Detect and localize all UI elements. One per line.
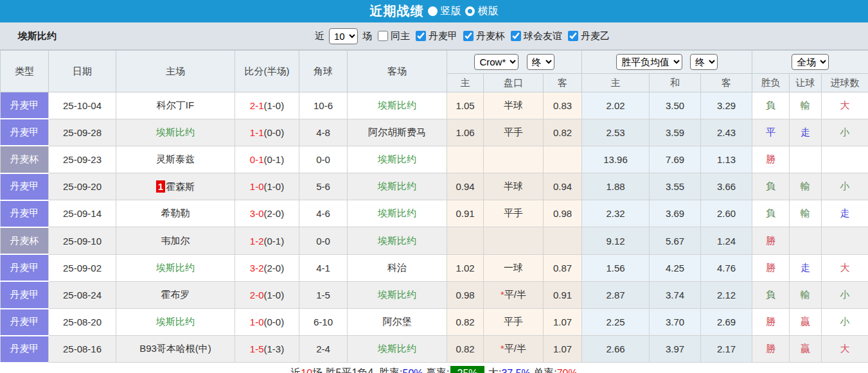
results-table: 类型 日期 主场 比分(半场) 角球 客场 Crow* 终 胜平负均值 终 全场 — [0, 50, 868, 363]
cell-corners: 1-5 — [299, 281, 348, 308]
cell-mean-home: 1.56 — [582, 254, 650, 281]
sub-header-odds-away: 客 — [544, 74, 582, 92]
cell-mean-home: 13.96 — [582, 146, 650, 173]
cell-handicap: 平手 — [484, 309, 544, 336]
away-team-name: 埃斯比约 — [378, 100, 416, 110]
cell-odds-away: 1.07 — [544, 336, 582, 363]
mean-type-select[interactable]: 胜平负均值 — [616, 54, 682, 70]
cell-mean-home: 2.87 — [582, 281, 650, 308]
cell-mean-away: 2.69 — [701, 309, 752, 336]
cell-odds-home: 0.98 — [447, 281, 484, 308]
filter-bar: 埃斯比约 近 10 场 同主 丹麦甲 丹麦杯 球会友谊 丹麦乙 — [0, 22, 868, 50]
cell-let-result: 輸 — [790, 281, 822, 308]
cell-odds-home: 0.82 — [447, 336, 484, 363]
mean-time-select[interactable]: 终 — [690, 54, 718, 70]
halftime-score: (0-1) — [264, 154, 285, 165]
odds-source-select[interactable]: Crow* — [474, 54, 518, 70]
cell-let-result: 贏 — [790, 309, 822, 336]
match-count-select[interactable]: 10 — [329, 28, 358, 44]
results-tbody: 丹麦甲 25-10-04 科尔丁IF 2-1(1-0) 10-6 埃斯比约 1.… — [1, 92, 868, 363]
league-checkbox-3[interactable] — [568, 31, 578, 41]
home-team-name: 霍布罗 — [161, 289, 190, 300]
away-team-name: 埃斯比约 — [378, 235, 416, 246]
home-team-name: 希勒勒 — [161, 207, 190, 218]
halftime-score: (1-0) — [264, 100, 285, 111]
fulltime-score: 3-0 — [250, 208, 264, 219]
cell-away: 科治 — [348, 254, 447, 281]
home-rank-badge: 1 — [156, 180, 165, 193]
cell-mean-draw: 3.55 — [650, 173, 701, 200]
same-home-checkbox[interactable] — [378, 31, 388, 41]
halftime-score: (2-0) — [264, 208, 285, 219]
league-label-0: 丹麦甲 — [429, 30, 457, 42]
layout-radio-portrait[interactable]: 竖版 — [428, 4, 461, 18]
win-rate-badge: 25% — [450, 366, 484, 373]
cell-goals: 小 — [822, 281, 868, 308]
cell-result: 負 — [752, 173, 790, 200]
cell-away: 埃斯比约 — [348, 173, 447, 200]
cell-result: 勝 — [752, 309, 790, 336]
cell-league: 丹麦甲 — [1, 309, 49, 336]
fulltime-score: 1-2 — [250, 236, 264, 247]
title-bar: 近期战绩 竖版 横版 — [0, 0, 868, 22]
cell-date: 25-08-24 — [49, 281, 116, 308]
cell-home: 埃斯比约 — [116, 119, 235, 146]
cell-home: 韦加尔 — [116, 227, 235, 254]
cell-goals: 走 — [822, 200, 868, 227]
cell-corners: 0-0 — [299, 227, 348, 254]
league-checkbox-1[interactable] — [463, 31, 474, 41]
table-row: 丹麦甲 25-08-20 埃斯比约 1-0(0-0) 6-10 阿尔堡 0.82… — [1, 309, 868, 336]
sub-header-handicap: 盘口 — [484, 74, 544, 92]
cell-league: 丹麦甲 — [1, 254, 49, 281]
cell-score: 3-0(2-0) — [235, 200, 299, 227]
cell-odds-away — [544, 146, 582, 173]
table-row: 丹麦甲 25-09-28 埃斯比约 1-1(0-0) 4-8 阿尔胡斯费马 1.… — [1, 119, 868, 146]
table-row: 丹麦甲 25-09-14 希勒勒 3-0(2-0) 4-6 埃斯比约 0.91 … — [1, 200, 868, 227]
halftime-score: (0-1) — [264, 236, 285, 247]
cell-result: 勝 — [752, 227, 790, 254]
summary-segment: 37.5% — [501, 368, 530, 373]
cell-corners: 4-6 — [299, 200, 348, 227]
cell-score: 1-0(1-0) — [235, 173, 299, 200]
cell-league: 丹麦甲 — [1, 173, 49, 200]
cell-score: 2-0(1-0) — [235, 281, 299, 308]
cell-goals: 大 — [822, 92, 868, 119]
scope-select[interactable]: 全场 — [792, 54, 829, 70]
layout-radio-landscape[interactable]: 横版 — [465, 4, 499, 18]
cell-corners: 5-6 — [299, 173, 348, 200]
away-team-name: 阿尔胡斯费马 — [368, 126, 426, 137]
cell-away: 埃斯比约 — [348, 336, 447, 363]
summary-segment: 赢率: — [423, 367, 450, 373]
layout-landscape-label: 横版 — [478, 4, 499, 18]
cell-odds-away: 0.87 — [544, 254, 582, 281]
league-checkbox-2[interactable] — [511, 31, 521, 41]
table-row: 丹麦甲 25-08-24 霍布罗 2-0(1-0) 1-5 埃斯比约 0.98 … — [1, 281, 868, 308]
table-header: 类型 日期 主场 比分(半场) 角球 客场 Crow* 终 胜平负均值 终 全场 — [1, 51, 868, 92]
col-header-date: 日期 — [49, 51, 116, 92]
cell-home: 埃斯比约 — [116, 254, 235, 281]
cell-mean-draw: 3.59 — [650, 119, 701, 146]
cell-corners: 4-1 — [299, 254, 348, 281]
odds-time-select[interactable]: 终 — [527, 54, 554, 70]
cell-corners: 6-10 — [299, 309, 348, 336]
summary-segment: 场,胜5平1负4, 胜率: — [312, 367, 402, 373]
summary-bar: 近10场,胜5平1负4, 胜率:50% 赢率:25% 大:37.5% 单率:70… — [0, 363, 868, 373]
cell-let-result: 走 — [790, 254, 822, 281]
cell-away: 埃斯比约 — [348, 200, 447, 227]
league-label-2: 球会友谊 — [524, 30, 562, 42]
cell-let-result: 輸 — [790, 200, 822, 227]
home-team-name: B93哥本哈根(中) — [139, 343, 211, 354]
cell-goals: 小 — [822, 119, 868, 146]
cell-result: 勝 — [752, 254, 790, 281]
cell-handicap: 平手 — [484, 200, 544, 227]
cell-score: 3-2(2-0) — [235, 254, 299, 281]
cell-mean-draw: 3.70 — [650, 309, 701, 336]
cell-mean-draw: 3.50 — [650, 92, 701, 119]
away-team-name: 阿尔堡 — [383, 316, 412, 327]
layout-portrait-label: 竖版 — [441, 4, 461, 18]
cell-corners: 2-4 — [299, 336, 348, 363]
league-checkbox-0[interactable] — [416, 31, 426, 41]
cell-league: 丹麦甲 — [1, 119, 49, 146]
cell-mean-away: 2.12 — [701, 281, 752, 308]
cell-let-result: 贏 — [790, 336, 822, 363]
